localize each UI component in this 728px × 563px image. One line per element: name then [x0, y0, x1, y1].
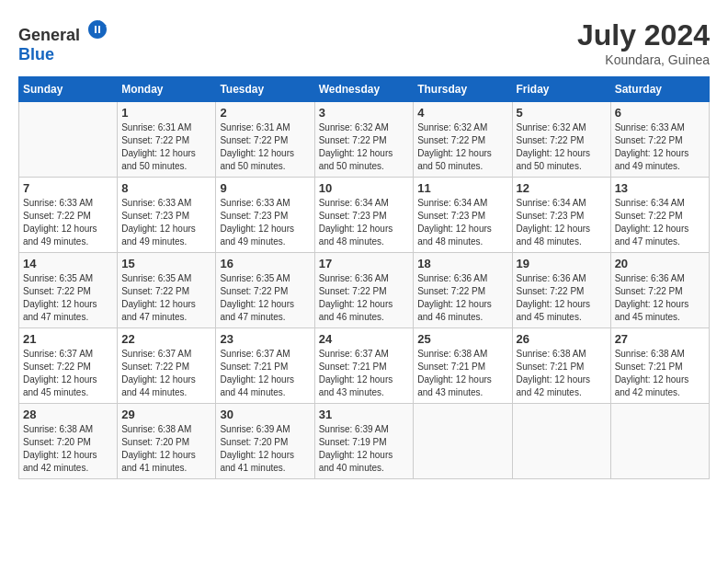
day-info: Sunrise: 6:34 AMSunset: 7:23 PMDaylight:…	[319, 197, 410, 248]
day-number: 9	[220, 181, 310, 195]
calendar-cell: 28Sunrise: 6:38 AMSunset: 7:20 PMDayligh…	[19, 404, 118, 479]
day-info: Sunrise: 6:37 AMSunset: 7:22 PMDaylight:…	[23, 348, 113, 399]
day-number: 18	[417, 257, 507, 270]
calendar-cell: 19Sunrise: 6:36 AMSunset: 7:22 PMDayligh…	[512, 253, 610, 328]
day-info: Sunrise: 6:37 AMSunset: 7:22 PMDaylight:…	[121, 348, 211, 399]
logo-blue: Blue	[18, 45, 54, 63]
day-number: 6	[615, 106, 705, 120]
day-info: Sunrise: 6:39 AMSunset: 7:19 PMDaylight:…	[319, 423, 410, 475]
calendar-cell: 22Sunrise: 6:37 AMSunset: 7:22 PMDayligh…	[118, 328, 216, 404]
day-number: 29	[121, 408, 211, 421]
day-info: Sunrise: 6:38 AMSunset: 7:21 PMDaylight:…	[517, 348, 607, 399]
day-info: Sunrise: 6:39 AMSunset: 7:20 PMDaylight:…	[220, 423, 310, 475]
day-number: 27	[615, 332, 705, 346]
day-info: Sunrise: 6:37 AMSunset: 7:21 PMDaylight:…	[220, 348, 310, 399]
day-info: Sunrise: 6:38 AMSunset: 7:21 PMDaylight:…	[615, 348, 705, 399]
header-day-monday: Monday	[118, 77, 216, 102]
calendar-cell: 11Sunrise: 6:34 AMSunset: 7:23 PMDayligh…	[414, 178, 512, 253]
month-year-title: July 2024	[577, 18, 710, 52]
day-number: 24	[319, 332, 410, 346]
day-number: 8	[121, 181, 211, 195]
day-number: 10	[319, 181, 410, 195]
location-subtitle: Koundara, Guinea	[577, 52, 710, 67]
calendar-cell: 5Sunrise: 6:32 AMSunset: 7:22 PMDaylight…	[512, 102, 610, 178]
logo: General Blue	[18, 18, 108, 64]
day-number: 14	[23, 257, 113, 270]
calendar-cell: 16Sunrise: 6:35 AMSunset: 7:22 PMDayligh…	[216, 253, 314, 328]
day-info: Sunrise: 6:35 AMSunset: 7:22 PMDaylight:…	[121, 272, 211, 324]
calendar-cell	[512, 404, 610, 479]
day-info: Sunrise: 6:33 AMSunset: 7:22 PMDaylight:…	[23, 197, 113, 248]
day-number: 12	[517, 181, 607, 195]
day-number: 2	[220, 106, 310, 120]
logo-text: General Blue	[18, 18, 108, 64]
day-info: Sunrise: 6:38 AMSunset: 7:20 PMDaylight:…	[23, 423, 113, 475]
day-number: 19	[517, 257, 607, 270]
day-info: Sunrise: 6:38 AMSunset: 7:21 PMDaylight:…	[417, 348, 507, 399]
day-number: 17	[319, 257, 410, 270]
header-day-saturday: Saturday	[610, 77, 709, 102]
header-day-thursday: Thursday	[414, 77, 512, 102]
calendar-cell: 13Sunrise: 6:34 AMSunset: 7:22 PMDayligh…	[610, 178, 709, 253]
calendar-cell: 6Sunrise: 6:33 AMSunset: 7:22 PMDaylight…	[610, 102, 709, 178]
week-row-3: 14Sunrise: 6:35 AMSunset: 7:22 PMDayligh…	[19, 253, 710, 328]
day-info: Sunrise: 6:36 AMSunset: 7:22 PMDaylight:…	[417, 272, 507, 324]
week-row-1: 1Sunrise: 6:31 AMSunset: 7:22 PMDaylight…	[19, 102, 710, 178]
day-number: 11	[417, 181, 507, 195]
calendar-cell: 2Sunrise: 6:31 AMSunset: 7:22 PMDaylight…	[216, 102, 314, 178]
title-block: July 2024 Koundara, Guinea	[577, 18, 710, 67]
week-row-2: 7Sunrise: 6:33 AMSunset: 7:22 PMDaylight…	[19, 178, 710, 253]
calendar-cell: 27Sunrise: 6:38 AMSunset: 7:21 PMDayligh…	[610, 328, 709, 404]
day-info: Sunrise: 6:32 AMSunset: 7:22 PMDaylight:…	[319, 121, 410, 173]
day-number: 13	[615, 181, 705, 195]
day-info: Sunrise: 6:31 AMSunset: 7:22 PMDaylight:…	[220, 121, 310, 173]
svg-marker-0	[99, 20, 107, 26]
calendar-cell: 3Sunrise: 6:32 AMSunset: 7:22 PMDaylight…	[314, 102, 414, 178]
day-number: 30	[220, 408, 310, 421]
calendar-cell: 20Sunrise: 6:36 AMSunset: 7:22 PMDayligh…	[610, 253, 709, 328]
logo-icon	[86, 18, 108, 40]
day-number: 22	[121, 332, 211, 346]
calendar-cell: 23Sunrise: 6:37 AMSunset: 7:21 PMDayligh…	[216, 328, 314, 404]
day-number: 7	[23, 181, 113, 195]
day-number: 26	[517, 332, 607, 346]
day-number: 1	[121, 106, 211, 120]
day-info: Sunrise: 6:38 AMSunset: 7:20 PMDaylight:…	[121, 423, 211, 475]
calendar-cell: 31Sunrise: 6:39 AMSunset: 7:19 PMDayligh…	[314, 404, 414, 479]
header-row: SundayMondayTuesdayWednesdayThursdayFrid…	[19, 77, 710, 102]
calendar-cell: 14Sunrise: 6:35 AMSunset: 7:22 PMDayligh…	[19, 253, 118, 328]
day-number: 25	[417, 332, 507, 346]
day-number: 16	[220, 257, 310, 270]
calendar-cell: 7Sunrise: 6:33 AMSunset: 7:22 PMDaylight…	[19, 178, 118, 253]
day-number: 21	[23, 332, 113, 346]
calendar-cell: 30Sunrise: 6:39 AMSunset: 7:20 PMDayligh…	[216, 404, 314, 479]
calendar-cell: 8Sunrise: 6:33 AMSunset: 7:23 PMDaylight…	[118, 178, 216, 253]
calendar-cell: 17Sunrise: 6:36 AMSunset: 7:22 PMDayligh…	[314, 253, 414, 328]
week-row-5: 28Sunrise: 6:38 AMSunset: 7:20 PMDayligh…	[19, 404, 710, 479]
day-info: Sunrise: 6:36 AMSunset: 7:22 PMDaylight:…	[615, 272, 705, 324]
calendar-cell	[19, 102, 118, 178]
logo-general: General	[18, 26, 80, 44]
day-number: 31	[319, 408, 410, 421]
calendar-cell: 9Sunrise: 6:33 AMSunset: 7:23 PMDaylight…	[216, 178, 314, 253]
day-info: Sunrise: 6:34 AMSunset: 7:23 PMDaylight:…	[417, 197, 507, 248]
day-info: Sunrise: 6:32 AMSunset: 7:22 PMDaylight:…	[417, 121, 507, 173]
day-info: Sunrise: 6:34 AMSunset: 7:23 PMDaylight:…	[517, 197, 607, 248]
day-info: Sunrise: 6:33 AMSunset: 7:23 PMDaylight:…	[220, 197, 310, 248]
day-info: Sunrise: 6:33 AMSunset: 7:22 PMDaylight:…	[615, 121, 705, 173]
calendar-cell: 24Sunrise: 6:37 AMSunset: 7:21 PMDayligh…	[314, 328, 414, 404]
calendar-cell: 4Sunrise: 6:32 AMSunset: 7:22 PMDaylight…	[414, 102, 512, 178]
calendar-cell: 15Sunrise: 6:35 AMSunset: 7:22 PMDayligh…	[118, 253, 216, 328]
calendar-table: SundayMondayTuesdayWednesdayThursdayFrid…	[18, 76, 710, 479]
day-number: 15	[121, 257, 211, 270]
page-header: General Blue July 2024 Koundara, Guinea	[18, 18, 710, 67]
header-day-tuesday: Tuesday	[216, 77, 314, 102]
day-number: 28	[23, 408, 113, 421]
calendar-cell: 26Sunrise: 6:38 AMSunset: 7:21 PMDayligh…	[512, 328, 610, 404]
day-info: Sunrise: 6:31 AMSunset: 7:22 PMDaylight:…	[121, 121, 211, 173]
day-number: 23	[220, 332, 310, 346]
day-info: Sunrise: 6:35 AMSunset: 7:22 PMDaylight:…	[220, 272, 310, 324]
day-number: 20	[615, 257, 705, 270]
day-number: 5	[517, 106, 607, 120]
week-row-4: 21Sunrise: 6:37 AMSunset: 7:22 PMDayligh…	[19, 328, 710, 404]
